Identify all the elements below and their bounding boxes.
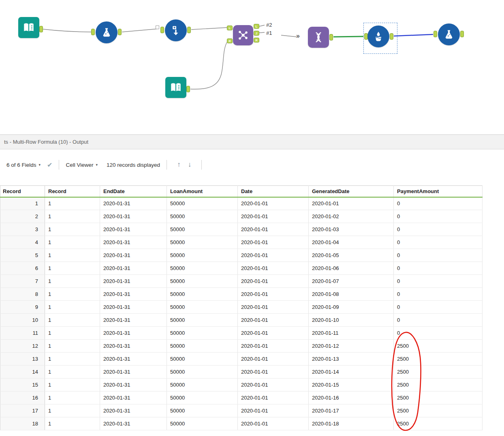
output-anchor[interactable] xyxy=(39,26,43,32)
table-cell: 2020-01-01 xyxy=(238,275,309,288)
table-cell: 2020-01-01 xyxy=(238,353,309,366)
table-cell: 0 xyxy=(394,223,483,236)
fields-dropdown[interactable]: 6 of 6 Fields ▾ xyxy=(6,162,41,168)
table-cell: 50000 xyxy=(167,314,238,327)
plus-down-arrow-icon xyxy=(170,24,182,36)
output-anchor[interactable] xyxy=(329,34,333,40)
table-row[interactable]: 212020-01-31500002020-01-012020-01-020 xyxy=(0,210,483,223)
join-input-anchor-left[interactable]: L xyxy=(227,26,233,30)
book-icon xyxy=(169,81,182,94)
table-row[interactable]: 1112020-01-31500002020-01-012020-01-110 xyxy=(0,327,483,340)
table-cell: 2020-01-17 xyxy=(309,404,394,417)
table-row[interactable]: 712020-01-31500002020-01-012020-01-070 xyxy=(0,275,483,288)
table-cell: 50000 xyxy=(167,210,238,223)
results-panel: ts - Multi-Row Formula (10) - Output 6 o… xyxy=(0,134,504,436)
input-data-tool-1[interactable] xyxy=(18,17,39,38)
table-row[interactable]: 912020-01-31500002020-01-012020-01-090 xyxy=(0,301,483,314)
input-anchor[interactable] xyxy=(160,27,164,33)
multi-row-formula-tool[interactable] xyxy=(367,26,389,47)
column-header[interactable]: Date xyxy=(238,186,309,197)
join-tool[interactable] xyxy=(233,25,253,45)
join-output-anchor-right[interactable]: R xyxy=(254,38,259,43)
formula-tool-2[interactable] xyxy=(438,23,460,45)
column-header[interactable]: LoanAmount xyxy=(167,186,238,197)
table-cell: 50000 xyxy=(167,353,238,366)
output-anchor[interactable] xyxy=(460,31,464,37)
column-header[interactable]: PaymentAmount xyxy=(394,186,483,197)
column-header[interactable]: GeneratedDate xyxy=(309,186,394,197)
table-row[interactable]: 812020-01-31500002020-01-012020-01-080 xyxy=(0,288,483,301)
table-row[interactable]: 1712020-01-31500002020-01-012020-01-1725… xyxy=(0,404,483,417)
workflow-canvas[interactable]: L R L J R #2 #1 » xyxy=(0,0,504,134)
results-table[interactable]: RecordRecordEndDateLoanAmountDateGenerat… xyxy=(0,185,483,430)
table-row[interactable]: 1812020-01-31500002020-01-012020-01-1825… xyxy=(0,417,483,430)
input-data-tool-2[interactable] xyxy=(165,77,186,98)
table-row[interactable]: 512020-01-31500002020-01-012020-01-050 xyxy=(0,249,483,262)
table-cell: 1 xyxy=(45,391,100,404)
table-row[interactable]: 312020-01-31500002020-01-012020-01-030 xyxy=(0,223,483,236)
table-cell: 2500 xyxy=(394,353,483,366)
column-header[interactable]: Record xyxy=(45,186,100,197)
row-number-cell: 13 xyxy=(0,353,45,366)
table-cell: 50000 xyxy=(167,236,238,249)
table-cell: 2020-01-31 xyxy=(100,210,167,223)
join-output-anchor-join[interactable]: J xyxy=(254,31,259,36)
row-number-cell: 10 xyxy=(0,314,45,327)
table-row[interactable]: 1312020-01-31500002020-01-012020-01-1325… xyxy=(0,353,483,366)
table-row[interactable]: 112020-01-31500002020-01-012020-01-010 xyxy=(0,197,483,210)
table-row[interactable]: 1612020-01-31500002020-01-012020-01-1625… xyxy=(0,391,483,404)
table-cell: 2020-01-04 xyxy=(309,236,394,249)
output-anchor[interactable] xyxy=(390,33,393,40)
table-cell: 2020-01-31 xyxy=(100,327,167,340)
column-header[interactable]: EndDate xyxy=(100,186,167,197)
fields-dropdown-label: 6 of 6 Fields xyxy=(6,162,36,168)
union-tool[interactable] xyxy=(308,27,329,48)
wire-connector-icon xyxy=(156,26,159,29)
table-cell: 1 xyxy=(45,327,100,340)
join-output-anchor-left[interactable]: L xyxy=(254,24,259,29)
table-cell: 2020-01-01 xyxy=(238,223,309,236)
table-cell: 2020-01-31 xyxy=(100,262,167,275)
output-anchor[interactable] xyxy=(118,29,122,35)
union-multi-input-mark[interactable]: » xyxy=(296,32,299,40)
table-row[interactable]: 1212020-01-31500002020-01-012020-01-1225… xyxy=(0,340,483,353)
table-row[interactable]: 1012020-01-31500002020-01-012020-01-100 xyxy=(0,314,483,327)
table-cell: 50000 xyxy=(167,391,238,404)
column-header[interactable]: Record xyxy=(0,186,45,197)
table-cell: 50000 xyxy=(167,417,238,430)
input-anchor[interactable] xyxy=(434,31,437,37)
flask-icon xyxy=(100,26,113,38)
scroll-up-button[interactable]: ↑ xyxy=(177,161,181,169)
molecule-icon xyxy=(237,29,250,42)
table-cell: 2020-01-01 xyxy=(238,391,309,404)
join-input-anchor-right[interactable]: R xyxy=(227,38,233,43)
table-cell: 2020-01-01 xyxy=(238,236,309,249)
table-cell: 2020-01-31 xyxy=(100,417,167,430)
table-row[interactable]: 1412020-01-31500002020-01-012020-01-1425… xyxy=(0,366,483,379)
output-anchor[interactable] xyxy=(187,27,191,33)
output-anchor[interactable] xyxy=(186,86,190,92)
cell-viewer-dropdown[interactable]: Cell Viewer ▾ xyxy=(66,162,98,168)
table-cell: 2020-01-13 xyxy=(309,353,394,366)
table-cell: 50000 xyxy=(167,197,238,210)
table-cell: 2500 xyxy=(394,379,483,391)
toolbar-divider xyxy=(59,160,59,170)
apply-check-icon[interactable]: ✔ xyxy=(47,161,52,169)
table-cell: 2020-01-01 xyxy=(238,340,309,353)
input-anchor[interactable] xyxy=(91,29,95,35)
table-cell: 50000 xyxy=(167,327,238,340)
generate-rows-tool[interactable] xyxy=(165,19,187,41)
table-cell: 2020-01-01 xyxy=(238,262,309,275)
row-number-cell: 2 xyxy=(0,210,45,223)
table-cell: 1 xyxy=(45,314,100,327)
results-table-container: RecordRecordEndDateLoanAmountDateGenerat… xyxy=(0,185,482,430)
row-number-cell: 1 xyxy=(0,197,45,210)
formula-tool-1[interactable] xyxy=(96,21,117,43)
table-cell: 2020-01-31 xyxy=(100,366,167,379)
table-row[interactable]: 612020-01-31500002020-01-012020-01-060 xyxy=(0,262,483,275)
table-cell: 2020-01-01 xyxy=(238,288,309,301)
table-row[interactable]: 1512020-01-31500002020-01-012020-01-1525… xyxy=(0,379,483,391)
table-cell: 1 xyxy=(45,249,100,262)
scroll-down-button[interactable]: ↓ xyxy=(188,161,192,169)
table-row[interactable]: 412020-01-31500002020-01-012020-01-040 xyxy=(0,236,483,249)
